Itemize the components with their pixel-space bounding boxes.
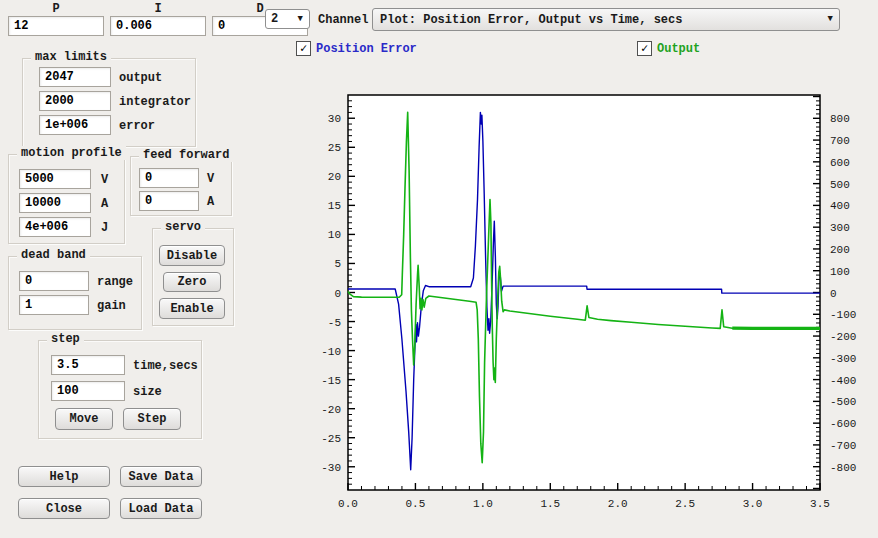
range-label: range <box>97 275 133 289</box>
svg-text:0: 0 <box>830 288 837 300</box>
svg-text:0: 0 <box>334 288 341 300</box>
max-error-label: error <box>119 119 155 133</box>
servo-group: servo Disable Zero Enable <box>152 228 234 326</box>
step-size-label: size <box>133 385 162 399</box>
max-output-input[interactable] <box>39 67 111 87</box>
help-button[interactable]: Help <box>18 466 110 487</box>
check-icon: ✓ <box>300 43 307 55</box>
svg-text:100: 100 <box>830 266 850 278</box>
disable-button[interactable]: Disable <box>159 245 225 266</box>
jerk-input[interactable] <box>19 217 91 237</box>
chevron-down-icon: ▼ <box>828 15 833 24</box>
svg-text:-400: -400 <box>830 375 856 387</box>
p-input[interactable] <box>8 16 104 36</box>
max-limits-group: max limits output integrator error <box>22 58 196 147</box>
load-data-button[interactable]: Load Data <box>120 498 202 519</box>
step-title: step <box>47 332 84 346</box>
output-checkbox[interactable]: ✓ <box>637 41 652 56</box>
max-integrator-input[interactable] <box>39 91 111 111</box>
range-input[interactable] <box>19 271 89 291</box>
plot-select[interactable]: Plot: Position Error, Output vs Time, se… <box>372 8 840 31</box>
dead-band-title: dead band <box>17 248 90 262</box>
plot-select-value: Plot: Position Error, Output vs Time, se… <box>380 13 682 27</box>
svg-text:20: 20 <box>328 171 341 183</box>
ff-velocity-input[interactable] <box>139 168 199 188</box>
svg-text:-10: -10 <box>321 346 341 358</box>
svg-text:-25: -25 <box>321 433 341 445</box>
servo-tuning-window: P I D 2 ▼ Channel Plot: Position Error, … <box>0 0 878 538</box>
svg-text:-500: -500 <box>830 396 856 408</box>
svg-text:800: 800 <box>830 113 850 125</box>
svg-text:10: 10 <box>328 229 341 241</box>
svg-text:600: 600 <box>830 157 850 169</box>
servo-title: servo <box>161 220 205 234</box>
svg-text:400: 400 <box>830 200 850 212</box>
svg-text:15: 15 <box>328 200 341 212</box>
velocity-input[interactable] <box>19 169 91 189</box>
p-label: P <box>8 2 104 16</box>
svg-text:-5: -5 <box>328 317 341 329</box>
svg-text:200: 200 <box>830 244 850 256</box>
svg-text:-300: -300 <box>830 353 856 365</box>
svg-text:5: 5 <box>334 258 341 270</box>
save-data-button[interactable]: Save Data <box>120 466 202 487</box>
max-integrator-label: integrator <box>119 95 191 109</box>
enable-button[interactable]: Enable <box>159 298 225 319</box>
chevron-down-icon: ▼ <box>298 15 303 24</box>
motion-profile-group: motion profile V A J <box>8 154 125 244</box>
zero-button[interactable]: Zero <box>163 272 221 292</box>
velocity-label: V <box>101 173 108 187</box>
step-time-input[interactable] <box>51 355 125 375</box>
max-error-input[interactable] <box>39 115 111 135</box>
accel-input[interactable] <box>19 193 91 213</box>
feed-forward-title: feed forward <box>139 148 233 162</box>
plot-svg: -30-25-20-15-10-5051015202530-800-700-60… <box>300 70 878 538</box>
channel-value: 2 <box>271 12 278 26</box>
position-error-label: Position Error <box>316 42 417 56</box>
svg-text:3.5: 3.5 <box>810 498 830 510</box>
svg-text:300: 300 <box>830 222 850 234</box>
channel-select[interactable]: 2 ▼ <box>265 9 310 29</box>
svg-text:-700: -700 <box>830 440 856 452</box>
svg-text:-15: -15 <box>321 375 341 387</box>
output-label: Output <box>657 42 700 56</box>
motion-profile-title: motion profile <box>17 146 126 160</box>
ff-velocity-label: V <box>207 172 214 186</box>
close-button[interactable]: Close <box>18 498 110 519</box>
position-error-checkbox[interactable]: ✓ <box>296 41 311 56</box>
svg-text:-800: -800 <box>830 462 856 474</box>
svg-text:30: 30 <box>328 113 341 125</box>
svg-text:-30: -30 <box>321 462 341 474</box>
svg-text:3.0: 3.0 <box>743 498 763 510</box>
accel-label: A <box>101 197 108 211</box>
feed-forward-group: feed forward V A <box>130 156 232 216</box>
svg-text:2.0: 2.0 <box>608 498 628 510</box>
ff-accel-input[interactable] <box>139 191 199 211</box>
gain-input[interactable] <box>19 295 89 315</box>
jerk-label: J <box>101 221 108 235</box>
svg-text:-100: -100 <box>830 309 856 321</box>
svg-text:0.0: 0.0 <box>338 498 358 510</box>
max-limits-title: max limits <box>31 50 111 64</box>
svg-text:500: 500 <box>830 179 850 191</box>
step-time-label: time,secs <box>133 359 198 373</box>
move-button[interactable]: Move <box>55 408 113 430</box>
svg-text:0.5: 0.5 <box>406 498 426 510</box>
max-output-label: output <box>119 71 162 85</box>
svg-text:1.5: 1.5 <box>540 498 560 510</box>
svg-text:700: 700 <box>830 135 850 147</box>
step-group: step time,secs size Move Step <box>38 340 202 439</box>
svg-text:-600: -600 <box>830 418 856 430</box>
svg-text:25: 25 <box>328 142 341 154</box>
svg-text:2.5: 2.5 <box>675 498 695 510</box>
gain-label: gain <box>97 299 126 313</box>
svg-text:-200: -200 <box>830 331 856 343</box>
svg-text:-20: -20 <box>321 404 341 416</box>
i-input[interactable] <box>110 16 206 36</box>
step-button[interactable]: Step <box>123 408 181 430</box>
check-icon: ✓ <box>641 43 648 55</box>
step-size-input[interactable] <box>51 381 125 401</box>
ff-accel-label: A <box>207 195 214 209</box>
dead-band-group: dead band range gain <box>8 256 142 330</box>
i-label: I <box>110 2 206 16</box>
